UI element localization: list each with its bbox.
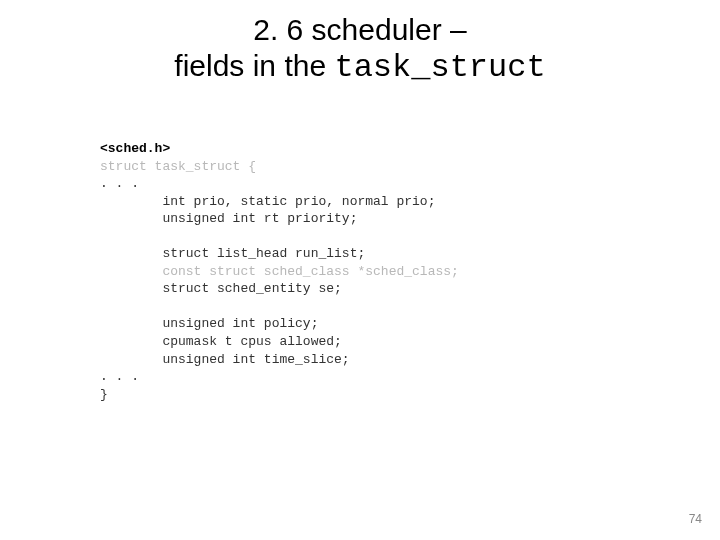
title-line2-code: task_struct [334, 49, 545, 86]
code-line: unsigned int time_slice; [100, 352, 350, 367]
code-listing: <sched.h> struct task_struct { . . . int… [100, 140, 459, 403]
title-line2-prefix: fields in the [174, 49, 334, 82]
code-ellipsis: . . . [100, 369, 139, 384]
title-line1: 2. 6 scheduler – [253, 13, 466, 46]
slide: 2. 6 scheduler – fields in the task_stru… [0, 0, 720, 540]
code-line: unsigned int policy; [100, 316, 318, 331]
code-decl: struct task_struct { [100, 159, 256, 174]
code-line: struct sched_entity se; [100, 281, 342, 296]
code-close: } [100, 387, 108, 402]
code-line: cpumask t cpus allowed; [100, 334, 342, 349]
code-ellipsis: . . . [100, 176, 139, 191]
code-line: unsigned int rt priority; [100, 211, 357, 226]
page-number: 74 [689, 512, 702, 526]
code-line: const struct sched_class *sched_class; [100, 264, 459, 279]
code-header: <sched.h> [100, 141, 170, 156]
slide-title: 2. 6 scheduler – fields in the task_stru… [0, 0, 720, 87]
code-line: struct list_head run_list; [100, 246, 365, 261]
code-line: int prio, static prio, normal prio; [100, 194, 435, 209]
